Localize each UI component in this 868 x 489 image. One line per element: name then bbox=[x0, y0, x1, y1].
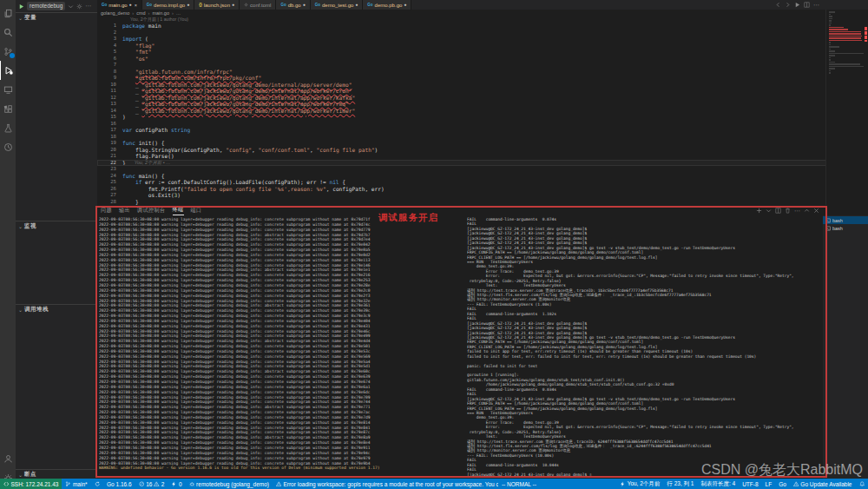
terminal-pane-debug-log[interactable]: 2022-09-03T00:56:30+08:00 warning layer=… bbox=[99, 217, 464, 477]
debug-config-dropdown[interactable]: remotedebug bbox=[27, 2, 65, 10]
status-ports[interactable]: 0 bbox=[168, 479, 185, 489]
split-terminal-icon[interactable] bbox=[775, 208, 781, 214]
breadcrumb-item[interactable]: cmd bbox=[136, 10, 145, 16]
panel-tab-端口[interactable]: 端口 bbox=[191, 207, 202, 215]
tab-main.go[interactable]: Gomain.go●× bbox=[97, 0, 142, 10]
status-workspace-error[interactable]: Error loading workspace: gopls requires … bbox=[273, 479, 498, 489]
minimap[interactable] bbox=[825, 10, 868, 205]
activity-run-and-debug[interactable] bbox=[0, 61, 16, 80]
terminal-list-label: bash bbox=[832, 218, 843, 223]
status-vim-mode[interactable]: -- NORMAL -- bbox=[498, 479, 540, 489]
timeline-icon bbox=[3, 142, 13, 152]
kill-terminal-icon[interactable] bbox=[785, 208, 791, 214]
more-actions-icon[interactable]: ⋯ bbox=[85, 3, 91, 10]
breadcrumb-item[interactable]: golang_demo bbox=[101, 10, 129, 16]
sidebar-section-监视[interactable]: ⌄监视 bbox=[16, 221, 97, 230]
status-language[interactable]: Go bbox=[775, 479, 790, 489]
gear-icon[interactable] bbox=[76, 3, 82, 10]
editor-actions: ⋯ bbox=[772, 0, 823, 10]
status-remote[interactable]: SSH: 172.24.21.43 bbox=[0, 479, 62, 489]
line-number: 22 bbox=[97, 160, 122, 167]
status-go-version[interactable]: Go 1.16.6 bbox=[103, 479, 135, 489]
sidebar-section-调用堆栈[interactable]: ⌄调用堆栈 bbox=[16, 304, 97, 314]
activity-account[interactable] bbox=[0, 449, 16, 468]
sidebar-section-断点[interactable]: ⌄断点 bbox=[16, 469, 97, 479]
code-line: 20 flag.StringVar(&configPath, "config",… bbox=[97, 147, 826, 154]
status-label: Go 1.16.6 bbox=[107, 481, 132, 487]
minimap-line bbox=[829, 24, 831, 26]
tab-demo_test.go[interactable]: Godemo_test.go● bbox=[311, 0, 364, 10]
tab-conf.toml[interactable]: conf.toml bbox=[240, 0, 276, 10]
code-line: 26 fmt.Printf("failed to open config fil… bbox=[97, 186, 826, 193]
nav-forward-icon[interactable] bbox=[785, 2, 791, 8]
activity-search[interactable] bbox=[0, 23, 16, 42]
maximize-panel-icon[interactable] bbox=[804, 208, 810, 214]
status-go-update[interactable]: Go Update Available bbox=[790, 479, 856, 489]
tab-demo.pb.go[interactable]: Godemo.pb.go● bbox=[363, 0, 411, 10]
sidebar-section-变量[interactable]: ⌄变量 bbox=[16, 12, 97, 22]
gitlens-authors-lens[interactable]: You, 2个月前 | 1 author (You) bbox=[130, 17, 188, 23]
activity-timeline[interactable] bbox=[0, 137, 16, 156]
split-editor-icon[interactable] bbox=[804, 2, 810, 8]
run-file-icon[interactable] bbox=[794, 2, 800, 8]
new-terminal-icon[interactable] bbox=[756, 208, 762, 214]
status-cursor-position[interactable]: 行 23, 列 1 bbox=[663, 479, 697, 489]
more-actions-icon[interactable]: ⋯ bbox=[813, 2, 819, 9]
sidebar-section-label: 断点 bbox=[24, 471, 36, 479]
terminal-line: Error: Expected nil, but got: &errors.er… bbox=[467, 274, 819, 278]
tab-demo.impl.go[interactable]: Godemo.impl.go● bbox=[142, 0, 194, 10]
minimap-line bbox=[829, 66, 864, 68]
status-encoding[interactable]: UTF-8 bbox=[739, 479, 761, 489]
terminal-list-item[interactable]: bash bbox=[823, 224, 868, 232]
debug-start-icon[interactable] bbox=[18, 3, 24, 10]
panel-tab-输出[interactable]: 输出 bbox=[119, 207, 130, 215]
chevron-down-icon[interactable] bbox=[766, 208, 772, 214]
remote-icon bbox=[3, 481, 10, 487]
status-blame[interactable]: You, 2个月前 bbox=[616, 479, 663, 489]
code-text: _ "gitlab.futunn.com/jackiewu/golang_dem… bbox=[122, 95, 355, 102]
more-actions-icon[interactable]: ⋯ bbox=[794, 208, 800, 214]
breadcrumb[interactable]: golang_demo›cmd›main.go›… bbox=[101, 10, 181, 17]
minimap-line bbox=[829, 62, 835, 63]
activity-extensions[interactable] bbox=[0, 99, 16, 118]
panel-tab-问题[interactable]: 问题 bbox=[101, 207, 112, 215]
close-panel-icon[interactable] bbox=[813, 208, 819, 214]
chevron-down-icon[interactable] bbox=[68, 3, 74, 10]
activity-remote-explorer[interactable] bbox=[0, 80, 16, 99]
breadcrumb-item[interactable]: … bbox=[176, 10, 181, 16]
nav-back-icon[interactable] bbox=[775, 2, 781, 8]
activity-testing[interactable] bbox=[0, 118, 16, 137]
tab-launch.json[interactable]: {}launch.json● bbox=[194, 0, 240, 10]
overview-error-mark bbox=[865, 40, 867, 42]
go-update-icon bbox=[793, 481, 799, 487]
status-label: LF bbox=[766, 481, 773, 487]
status-sync[interactable] bbox=[91, 479, 104, 489]
status-eol[interactable]: LF bbox=[762, 479, 776, 489]
bottom-panel: 问题输出调试控制台终端端口 ⋯ 2022-09-03T00:56:30+08:0… bbox=[97, 205, 868, 479]
terminal-list-item[interactable]: bash bbox=[823, 216, 868, 224]
status-branch[interactable]: main* bbox=[62, 479, 90, 489]
activity-explorer[interactable] bbox=[0, 3, 16, 23]
code-text: var configPath string bbox=[122, 127, 190, 134]
tab-db.go[interactable]: Godb.go● bbox=[276, 0, 310, 10]
activity-source-control[interactable] bbox=[0, 42, 16, 61]
csdn-watermark: CSDN @兔老大RabbitMQ bbox=[701, 461, 863, 479]
panel-tab-调试控制台[interactable]: 调试控制台 bbox=[137, 207, 166, 215]
modified-dot-icon: ● bbox=[187, 3, 189, 7]
status-debug-session[interactable]: remotedebug (golang_demo) bbox=[186, 479, 273, 489]
ports-icon bbox=[171, 481, 177, 487]
close-icon[interactable]: × bbox=[135, 3, 137, 8]
status-problems[interactable]: 162 bbox=[135, 479, 168, 489]
panel-tab-终端[interactable]: 终端 bbox=[173, 206, 184, 215]
breadcrumb-item[interactable]: main.go bbox=[152, 10, 169, 16]
breadcrumb-separator: › bbox=[132, 10, 134, 16]
code-editor[interactable]: 1package main23import (4 "flag"5 "fmt"6 … bbox=[97, 23, 826, 205]
status-notifications[interactable] bbox=[856, 479, 868, 489]
sidebar-section-label: 调用堆栈 bbox=[24, 306, 49, 314]
run-and-debug-icon bbox=[4, 66, 14, 76]
line-number: 8 bbox=[97, 69, 122, 76]
problems-icon bbox=[139, 481, 145, 487]
code-text: _ "gitlab.futunn.com/jackiewu/golang_dem… bbox=[122, 82, 352, 89]
terminal-pane-bash[interactable]: FAIL command-line-arguments 0.074sFAIL[j… bbox=[467, 217, 819, 477]
status-indentation[interactable]: 制表符长度: 4 bbox=[697, 479, 739, 489]
